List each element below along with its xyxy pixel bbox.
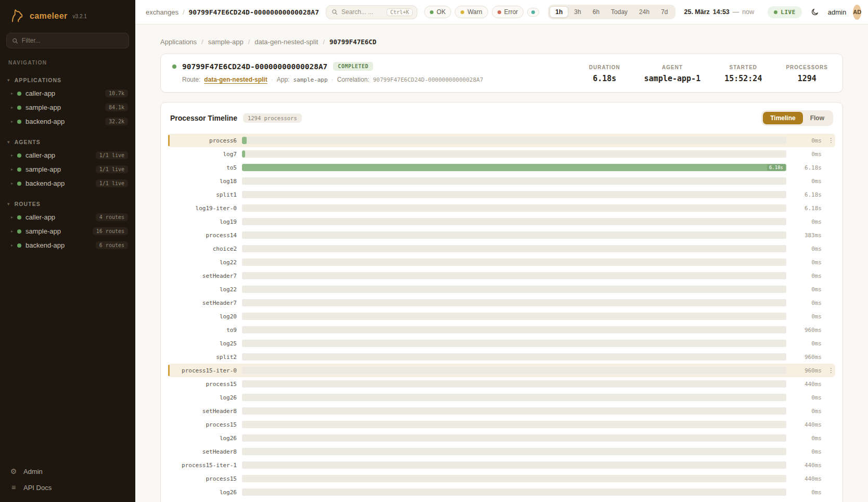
gear-icon: ⚙ xyxy=(9,467,18,475)
sidebar-item-backend-app[interactable]: ▸backend-app1/1 live xyxy=(0,176,135,190)
processor-track xyxy=(242,434,786,442)
caret-down-icon: ▾ xyxy=(7,140,10,145)
sidebar-item-sample-app[interactable]: ▸sample-app16 routes xyxy=(0,224,135,238)
sidebar-item-sample-app[interactable]: ▸sample-app84.1k xyxy=(0,100,135,114)
sidebar-item-badge: 6 routes xyxy=(96,241,128,249)
sidebar-item-sample-app[interactable]: ▸sample-app1/1 live xyxy=(0,162,135,176)
caret-right-icon: ▸ xyxy=(11,168,13,172)
processor-name: log26 xyxy=(168,394,237,401)
breadcrumb-separator: / xyxy=(183,8,185,16)
processor-track xyxy=(242,231,786,239)
breadcrumb-item[interactable]: sample-app xyxy=(208,38,244,46)
timeline-row[interactable]: process15440ms xyxy=(168,418,835,431)
timeline-row[interactable]: choice20ms xyxy=(168,242,835,255)
processor-name: log19-iter-0 xyxy=(168,205,237,212)
timeline-row[interactable]: setHeader70ms xyxy=(168,269,835,282)
timeline-row[interactable]: process15-iter-0960ms⋮ xyxy=(168,364,835,377)
footer-api-docs[interactable]: ≡API Docs xyxy=(9,483,126,492)
filter-chip-extra[interactable] xyxy=(527,8,539,17)
timeline-row[interactable]: log190ms xyxy=(168,215,835,228)
timeline-row[interactable]: process15440ms xyxy=(168,377,835,391)
timeline-row[interactable]: log250ms xyxy=(168,337,835,350)
timeline-row[interactable]: log200ms xyxy=(168,310,835,323)
footer-admin[interactable]: ⚙Admin xyxy=(9,467,126,475)
filter-chip-warn[interactable]: Warn xyxy=(455,6,488,18)
global-search[interactable]: Ctrl+K xyxy=(326,5,417,19)
breadcrumb-item[interactable]: data-gen-nested-split xyxy=(254,38,318,46)
processor-duration: 0ms xyxy=(792,340,822,347)
timeline-row[interactable]: setHeader70ms xyxy=(168,296,835,310)
timeline-row[interactable]: log260ms xyxy=(168,431,835,445)
filter-chip-ok[interactable]: OK xyxy=(424,6,451,18)
sidebar-item-backend-app[interactable]: ▸backend-app32.2k xyxy=(0,114,135,128)
sidebar-filter[interactable] xyxy=(6,33,129,48)
range-1h[interactable]: 1h xyxy=(550,6,568,18)
date-range-display[interactable]: 25. März 14:53 — now xyxy=(684,8,755,16)
sidebar-filter-input[interactable] xyxy=(22,37,123,44)
processor-track xyxy=(242,286,786,293)
timeline-row[interactable]: to56.18s6.18s xyxy=(168,161,835,174)
range-today[interactable]: Today xyxy=(605,6,633,18)
kebab-menu-icon[interactable]: ⋮ xyxy=(827,137,835,144)
stat-value: sample-app-1 xyxy=(644,74,700,83)
sidebar-item-caller-app[interactable]: ▸caller-app4 routes xyxy=(0,210,135,224)
breadcrumb-item[interactable]: Applications xyxy=(160,38,197,46)
kebab-menu-icon[interactable]: ⋮ xyxy=(827,367,835,374)
timeline-row[interactable]: setHeader80ms xyxy=(168,445,835,458)
exchange-info: 90799F47E6CD24D-00000000000028A7 COMPLET… xyxy=(172,62,483,83)
live-indicator[interactable]: LIVE xyxy=(768,6,802,18)
processor-duration: 0ms xyxy=(792,313,822,320)
view-timeline-button[interactable]: Timeline xyxy=(763,112,802,124)
processor-bar xyxy=(242,150,245,158)
timeline-row[interactable]: log19-iter-06.18s xyxy=(168,201,835,215)
timeline-row[interactable]: log220ms xyxy=(168,255,835,269)
caret-down-icon: ▾ xyxy=(7,202,10,207)
timeline-row[interactable]: process15440ms xyxy=(168,472,835,485)
processor-track xyxy=(242,137,786,144)
status-dot xyxy=(17,215,21,220)
caret-right-icon: ▸ xyxy=(11,182,13,186)
section-header-agents[interactable]: ▾AGENTS xyxy=(0,136,135,148)
sidebar-item-backend-app[interactable]: ▸backend-app6 routes xyxy=(0,238,135,252)
username[interactable]: admin xyxy=(828,8,846,16)
range-24h[interactable]: 24h xyxy=(633,6,655,18)
timeline-row[interactable]: setHeader80ms xyxy=(168,404,835,418)
timeline-row[interactable]: process14383ms xyxy=(168,228,835,242)
sidebar-item-caller-app[interactable]: ▸caller-app1/1 live xyxy=(0,148,135,162)
timeline-row[interactable]: log220ms xyxy=(168,282,835,296)
sidebar-item-caller-app[interactable]: ▸caller-app10.7k xyxy=(0,86,135,100)
status-filter-chips: OKWarnError xyxy=(424,6,539,18)
range-6h[interactable]: 6h xyxy=(587,6,605,18)
sidebar-item-badge: 1/1 live xyxy=(96,151,128,159)
range-7d[interactable]: 7d xyxy=(655,6,673,18)
filter-chip-error[interactable]: Error xyxy=(492,6,524,18)
processor-count-badge: 1294 processors xyxy=(243,113,302,123)
section-header-routes[interactable]: ▾ROUTES xyxy=(0,198,135,210)
live-label: LIVE xyxy=(781,9,796,16)
search-input[interactable] xyxy=(341,8,383,16)
timeline-row[interactable]: to9960ms xyxy=(168,323,835,337)
timeline-row[interactable]: split2960ms xyxy=(168,350,835,364)
timeline-row[interactable]: log260ms xyxy=(168,485,835,499)
timeline-row[interactable]: split16.18s xyxy=(168,188,835,201)
sidebar-item-badge: 4 routes xyxy=(96,213,128,221)
processor-name: setHeader8 xyxy=(168,448,237,455)
range-3h[interactable]: 3h xyxy=(568,6,586,18)
breadcrumb-exchanges[interactable]: exchanges xyxy=(146,8,178,16)
processor-duration: 960ms xyxy=(792,327,822,333)
processor-track xyxy=(242,421,786,428)
user-avatar[interactable]: AD xyxy=(853,5,861,20)
section-header-applications[interactable]: ▾APPLICATIONS xyxy=(0,74,135,86)
stat-value: 1294 xyxy=(786,74,828,83)
range-date: 25. März xyxy=(684,8,710,16)
dark-mode-toggle[interactable] xyxy=(809,6,821,18)
timeline-row[interactable]: process60ms⋮ xyxy=(168,134,835,147)
timeline-row[interactable]: log70ms xyxy=(168,147,835,161)
timeline-row[interactable]: process15-iter-1440ms xyxy=(168,458,835,472)
content-area: Applications/sample-app/data-gen-nested-… xyxy=(135,24,868,502)
processor-track xyxy=(242,340,786,347)
timeline-row[interactable]: log260ms xyxy=(168,391,835,404)
timeline-row[interactable]: log180ms xyxy=(168,174,835,188)
view-flow-button[interactable]: Flow xyxy=(803,112,832,124)
route-link[interactable]: data-gen-nested-split xyxy=(204,76,267,83)
